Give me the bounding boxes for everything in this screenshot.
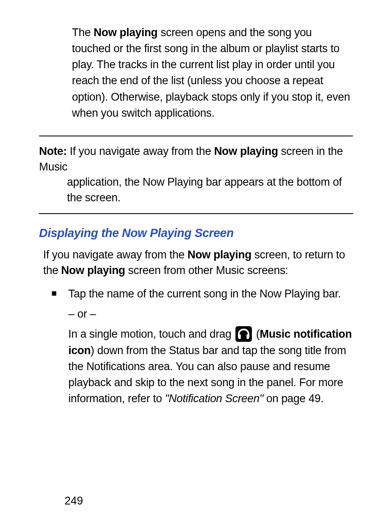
bullet-line1: Tap the name of the current song in the …: [68, 286, 353, 302]
bullet-marker: ■: [51, 288, 57, 411]
section-paragraph: If you navigate away from the Now playin…: [43, 247, 353, 279]
para2-text3: screen from other Music screens:: [125, 264, 288, 276]
bullet-content: Tap the name of the current song in the …: [68, 286, 353, 411]
intro-rest: screen opens and the song you touched or…: [72, 26, 350, 119]
intro-prefix: The: [72, 26, 94, 39]
intro-paragraph: The Now playing screen opens and the son…: [72, 25, 353, 121]
note-text1: If you navigate away from the: [67, 145, 214, 157]
para2-bold2: Now playing: [61, 264, 125, 276]
note-continuation: application, the Now Playing bar appears…: [67, 175, 353, 206]
note-block: Note: If you navigate away from the Now …: [39, 136, 353, 214]
page-number: 249: [65, 495, 83, 507]
note-bold-now-playing: Now playing: [214, 145, 278, 157]
svg-rect-1: [238, 334, 241, 339]
bullet-line2b-open: (: [253, 328, 260, 340]
svg-rect-2: [247, 334, 249, 339]
bullet-ref: "Notification Screen": [165, 392, 263, 405]
note-content: Note: If you navigate away from the Now …: [39, 144, 353, 206]
headphones-icon: [235, 326, 252, 342]
bullet-line2a: In a single motion, touch and drag: [68, 328, 234, 340]
para2-bold1: Now playing: [187, 249, 251, 261]
svg-rect-0: [235, 326, 252, 342]
bullet-line2: In a single motion, touch and drag (Musi…: [68, 326, 353, 407]
note-label: Note:: [39, 145, 67, 157]
intro-bold-now-playing: Now playing: [94, 26, 158, 39]
para2-text1: If you navigate away from the: [43, 249, 187, 261]
bullet-item: ■ Tap the name of the current song in th…: [51, 286, 353, 411]
bullet-line2-end: on page 49.: [263, 392, 324, 405]
section-heading: Displaying the Now Playing Screen: [39, 226, 353, 240]
bullet-or: – or –: [68, 306, 353, 322]
